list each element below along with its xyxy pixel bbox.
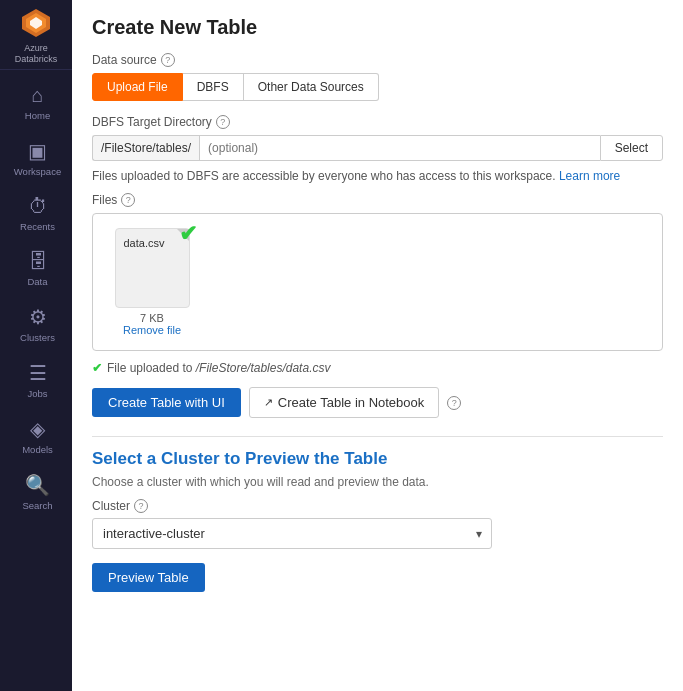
sidebar-item-search[interactable]: 🔍 Search — [0, 463, 72, 519]
create-table-ui-button[interactable]: Create Table with UI — [92, 388, 241, 417]
sidebar-item-home[interactable]: ⌂ Home — [0, 74, 72, 129]
remove-file-link[interactable]: Remove file — [123, 324, 181, 336]
files-drop-zone[interactable]: data.csv ✔ 7 KB Remove file — [92, 213, 663, 351]
dbfs-select-button[interactable]: Select — [600, 135, 663, 161]
dbfs-target-help-icon[interactable]: ? — [216, 115, 230, 129]
external-link-icon: ↗ — [264, 396, 273, 409]
clusters-icon: ⚙ — [29, 305, 47, 329]
search-icon: 🔍 — [25, 473, 50, 497]
data-icon: 🗄 — [28, 250, 48, 273]
file-card: data.csv ✔ 7 KB Remove file — [107, 228, 197, 336]
app-logo: Azure Databricks — [0, 0, 72, 70]
recents-icon: ⏱ — [28, 195, 48, 218]
dbfs-directory-row: /FileStore/tables/ Select — [92, 135, 663, 161]
tab-other-data-sources[interactable]: Other Data Sources — [244, 73, 379, 101]
tab-upload-file[interactable]: Upload File — [92, 73, 183, 101]
page-title: Create New Table — [92, 16, 663, 39]
dbfs-path-input[interactable] — [199, 135, 600, 161]
dbfs-target-label: DBFS Target Directory ? — [92, 115, 663, 129]
dbfs-prefix: /FileStore/tables/ — [92, 135, 199, 161]
create-table-notebook-button[interactable]: ↗ Create Table in Notebook — [249, 387, 439, 418]
data-source-help-icon[interactable]: ? — [161, 53, 175, 67]
upload-check-icon: ✔ — [92, 361, 102, 375]
models-icon: ◈ — [30, 417, 45, 441]
workspace-icon: ▣ — [28, 139, 47, 163]
home-icon: ⌂ — [31, 84, 43, 107]
cluster-select-wrapper: interactive-cluster my-cluster dev-clust… — [92, 518, 492, 549]
cluster-section-title: Select a Cluster to Preview the Table — [92, 449, 663, 469]
file-check-icon: ✔ — [179, 221, 197, 247]
files-help-icon[interactable]: ? — [121, 193, 135, 207]
data-source-tabs: Upload File DBFS Other Data Sources — [92, 73, 663, 101]
sidebar: Azure Databricks ⌂ Home ▣ Workspace ⏱ Re… — [0, 0, 72, 691]
cluster-help-icon[interactable]: ? — [134, 499, 148, 513]
sidebar-item-clusters[interactable]: ⚙ Clusters — [0, 295, 72, 351]
sidebar-item-jobs[interactable]: ☰ Jobs — [0, 351, 72, 407]
upload-status: ✔ File uploaded to /FileStore/tables/dat… — [92, 361, 663, 375]
cluster-label: Cluster ? — [92, 499, 663, 513]
sidebar-item-data[interactable]: 🗄 Data — [0, 240, 72, 295]
files-label: Files ? — [92, 193, 663, 207]
file-icon: data.csv ✔ — [115, 228, 190, 308]
action-buttons-row: Create Table with UI ↗ Create Table in N… — [92, 387, 663, 418]
tab-dbfs[interactable]: DBFS — [183, 73, 244, 101]
preview-table-button[interactable]: Preview Table — [92, 563, 205, 592]
databricks-logo-icon — [18, 5, 54, 41]
sidebar-item-models[interactable]: ◈ Models — [0, 407, 72, 463]
section-divider — [92, 436, 663, 437]
data-source-label: Data source ? — [92, 53, 663, 67]
sidebar-item-workspace[interactable]: ▣ Workspace — [0, 129, 72, 185]
dbfs-accessibility-note: Files uploaded to DBFS are accessible by… — [92, 169, 663, 183]
main-content: Create New Table Data source ? Upload Fi… — [72, 0, 683, 691]
create-table-help-icon[interactable]: ? — [447, 396, 461, 410]
file-size: 7 KB — [140, 312, 164, 324]
sidebar-item-recents[interactable]: ⏱ Recents — [0, 185, 72, 240]
file-name: data.csv — [124, 237, 165, 249]
upload-status-text: File uploaded to /FileStore/tables/data.… — [107, 361, 330, 375]
app-logo-text: Azure Databricks — [15, 43, 58, 65]
learn-more-link[interactable]: Learn more — [559, 169, 620, 183]
jobs-icon: ☰ — [29, 361, 47, 385]
cluster-select[interactable]: interactive-cluster my-cluster dev-clust… — [92, 518, 492, 549]
cluster-section-desc: Choose a cluster with which you will rea… — [92, 475, 663, 489]
